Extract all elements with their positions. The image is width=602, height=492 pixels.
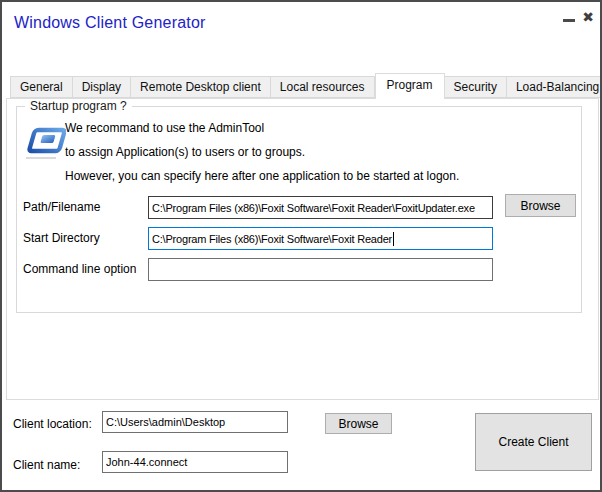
client-name-label: Client name: — [13, 458, 80, 472]
path-filename-label: Path/Filename — [23, 200, 100, 214]
command-line-option-input[interactable] — [148, 258, 493, 281]
command-line-option-label: Command line option — [23, 262, 136, 276]
client-location-input[interactable] — [102, 411, 288, 433]
tab-local-resources[interactable]: Local resources — [271, 76, 375, 98]
program-tab-panel: Startup program ? — [6, 98, 599, 400]
start-directory-input[interactable]: C:\Program Files (x86)\Foxit Software\Fo… — [148, 227, 493, 250]
start-directory-value: C:\Program Files (x86)\Foxit Software\Fo… — [152, 233, 392, 245]
windows-client-generator-dialog: Windows Client Generator ✖ General Displ… — [0, 0, 602, 492]
create-client-button[interactable]: Create Client — [475, 413, 592, 471]
close-icon[interactable]: ✖ — [582, 8, 594, 26]
tab-remote-desktop-client[interactable]: Remote Desktop client — [131, 76, 271, 98]
client-name-input[interactable] — [102, 451, 288, 473]
window-controls: ✖ — [563, 8, 594, 26]
group-title: Startup program ? — [25, 99, 132, 113]
application-window-icon — [22, 123, 66, 163]
start-directory-label: Start Directory — [23, 231, 100, 245]
path-filename-input[interactable] — [148, 196, 493, 219]
browse-location-button[interactable]: Browse — [325, 413, 392, 434]
tab-display[interactable]: Display — [73, 76, 131, 98]
tab-security[interactable]: Security — [445, 76, 507, 98]
tab-program[interactable]: Program — [375, 73, 445, 99]
text-caret — [393, 232, 394, 246]
tab-general[interactable]: General — [10, 76, 73, 98]
minimize-icon[interactable] — [563, 8, 576, 26]
info-line-2: to assign Application(s) to users or to … — [65, 145, 305, 159]
client-location-label: Client location: — [13, 417, 92, 431]
info-line-1: We recommand to use the AdminTool — [65, 121, 264, 135]
browse-path-button[interactable]: Browse — [505, 194, 576, 217]
window-title: Windows Client Generator — [14, 14, 206, 32]
info-line-3: However, you can specify here after one … — [65, 169, 459, 183]
startup-program-group: Startup program ? — [16, 106, 582, 313]
tab-load-balancing[interactable]: Load-Balancing — [507, 76, 602, 98]
tab-strip: General Display Remote Desktop client Lo… — [10, 73, 602, 98]
